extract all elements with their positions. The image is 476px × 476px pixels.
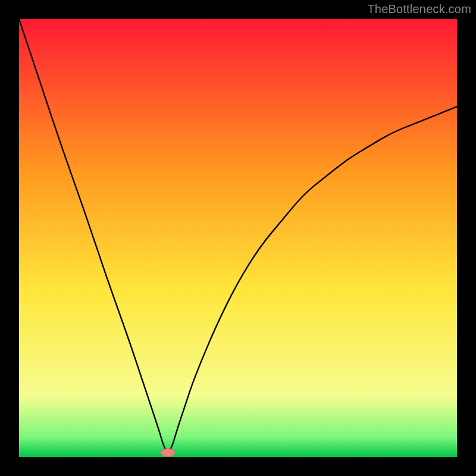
watermark-label: TheBottleneck.com: [367, 2, 471, 16]
plot-canvas: [19, 19, 457, 457]
plot-area: [19, 19, 457, 457]
chart-frame: TheBottleneck.com: [0, 0, 476, 476]
